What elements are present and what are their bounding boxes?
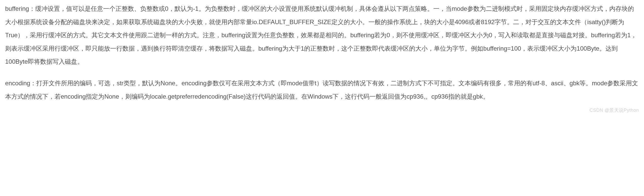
paragraph-buffering: buffering：缓冲设置，值可以是任意一个正整数、负整数或0，默认为-1。为… xyxy=(5,2,639,68)
watermark-text: CSDN @景天说Python xyxy=(589,105,639,115)
paragraph-encoding: encoding：打开文件所用的编码，可选，str类型，默认为None。enco… xyxy=(5,77,639,103)
